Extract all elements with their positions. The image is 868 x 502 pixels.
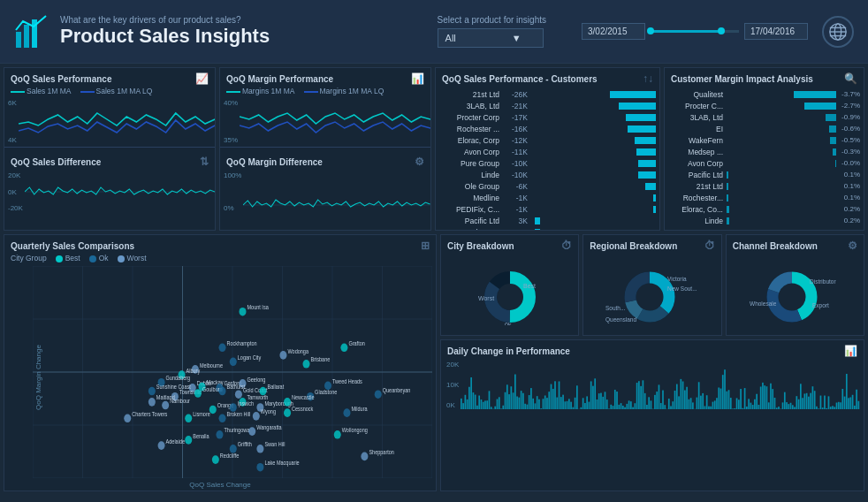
margin-bar-area	[727, 206, 839, 213]
scatter-icon: ⊞	[421, 240, 430, 252]
slider-thumb-right[interactable]	[718, 27, 725, 34]
svg-rect-164	[497, 399, 499, 409]
svg-point-106	[185, 436, 192, 445]
svg-rect-172	[513, 392, 514, 409]
svg-rect-211	[590, 381, 592, 409]
y-axis-label: QoQ Margin Change	[34, 345, 42, 410]
slider-thumb-left[interactable]	[647, 27, 654, 34]
neg-bar	[653, 206, 656, 213]
svg-rect-345	[858, 401, 860, 409]
customer-value: -10K	[503, 171, 528, 179]
customers-table: 21st Ltd -26K 3LAB, Ltd -21K Procter Cor…	[436, 87, 659, 230]
x-axis-label: QoQ Sales Change	[189, 481, 250, 489]
svg-text:Melbourne: Melbourne	[200, 361, 224, 369]
header-text-block: What are the key drivers of our product …	[60, 15, 438, 48]
svg-rect-301	[770, 384, 772, 409]
margin-pos-bar	[727, 194, 728, 202]
date-start-input[interactable]: 3/02/2015	[582, 23, 645, 40]
date-slider-container[interactable]	[651, 25, 739, 39]
svg-rect-243	[654, 395, 656, 409]
svg-rect-224	[616, 392, 618, 409]
neg-bar	[626, 114, 656, 121]
channel-donut-svg: Distributor Wholesale Export	[746, 262, 843, 328]
city-breakdown-title: City Breakdown ⏱	[441, 235, 578, 254]
customer-value: -10K	[503, 159, 528, 168]
bar-container	[531, 194, 656, 202]
svg-rect-305	[778, 407, 780, 409]
svg-rect-287	[742, 408, 744, 409]
bar-container	[531, 171, 656, 179]
svg-rect-225	[619, 405, 621, 409]
svg-rect-329	[826, 408, 828, 409]
svg-rect-326	[820, 396, 822, 409]
customer-value: -16K	[503, 125, 528, 133]
margin-row: Rochester... 0.1%	[668, 192, 860, 203]
svg-rect-274	[716, 398, 718, 409]
svg-rect-278	[724, 369, 726, 409]
ok-dot	[89, 255, 96, 262]
diff-chart-area: 20K 0K -20K	[4, 170, 215, 230]
regional-breakdown-panel: Regional Breakdown ⏱ Victoria	[582, 234, 721, 336]
svg-rect-252	[673, 401, 674, 409]
svg-text:Ipswich: Ipswich	[238, 399, 254, 407]
svg-point-122	[361, 453, 368, 461]
svg-point-82	[209, 406, 217, 415]
svg-rect-157	[483, 402, 484, 409]
svg-rect-334	[836, 403, 838, 409]
margin-value: -3.7%	[841, 90, 860, 98]
svg-rect-337	[842, 389, 844, 409]
customer-value: -12K	[503, 136, 528, 145]
channel-donut: Distributor Wholesale Export	[727, 254, 864, 335]
customer-name: Medline	[439, 194, 499, 202]
margin-bar-area	[727, 160, 836, 167]
date-end-input[interactable]: 17/04/2016	[744, 23, 808, 40]
select-value: All	[445, 33, 456, 43]
date-range: 3/02/2015 17/04/2016	[582, 23, 808, 40]
svg-rect-309	[786, 402, 788, 409]
svg-rect-165	[499, 397, 500, 409]
svg-text:New Sout...: New Sout...	[667, 285, 697, 292]
svg-rect-307	[782, 402, 784, 409]
svg-rect-193	[554, 381, 556, 409]
svg-rect-288	[744, 388, 746, 409]
svg-rect-186	[541, 408, 543, 409]
svg-rect-201	[570, 402, 572, 409]
margin-icon: 🔍	[844, 72, 857, 85]
margin-row: Elorac, Co... 0.2%	[668, 203, 860, 215]
svg-point-44	[279, 351, 286, 360]
svg-point-94	[185, 415, 192, 423]
city-icon: ⏱	[561, 240, 572, 252]
margin-value: 0.1%	[844, 171, 860, 179]
bar-container	[531, 160, 656, 167]
margin-neg-bar	[826, 114, 836, 121]
svg-rect-228	[624, 407, 626, 409]
product-dropdown[interactable]: All ▼	[438, 28, 544, 48]
globe-icon[interactable]	[822, 16, 854, 48]
svg-rect-290	[749, 399, 750, 409]
regional-donut: Victoria New Sout... South... Queensland	[583, 254, 720, 335]
svg-text:Mount Isa: Mount Isa	[247, 304, 270, 311]
margin-diff-chart-area: 100% 0%	[220, 170, 430, 230]
y-axis-margin-diff: 100% 0%	[220, 170, 243, 214]
svg-rect-333	[834, 407, 836, 409]
svg-rect-151	[471, 377, 473, 409]
sales-icon	[14, 14, 49, 49]
legend-dot-margin-lq	[304, 91, 318, 93]
margin-row: Qualitest -3.7%	[668, 88, 860, 100]
city-donut-svg: Worst Best 0k	[475, 263, 545, 325]
bar-chart-icon: 📊	[411, 72, 424, 85]
svg-point-98	[253, 412, 260, 421]
svg-text:Nambour: Nambour	[170, 398, 190, 405]
svg-text:Cessnock: Cessnock	[292, 405, 314, 412]
svg-text:Wyong: Wyong	[261, 408, 276, 415]
svg-rect-289	[746, 407, 748, 409]
svg-rect-196	[560, 397, 562, 409]
bar-container	[531, 148, 656, 156]
svg-text:Ballarat: Ballarat	[267, 384, 284, 391]
customers-title: QoQ Sales Performance - Customers ↑↓	[436, 68, 659, 87]
svg-text:Gundaberg: Gundaberg	[166, 375, 191, 382]
customer-value: 3K	[503, 217, 528, 225]
svg-text:Shepparton: Shepparton	[369, 448, 394, 455]
margin-value: -0.6%	[841, 125, 860, 133]
svg-rect-272	[712, 402, 714, 409]
